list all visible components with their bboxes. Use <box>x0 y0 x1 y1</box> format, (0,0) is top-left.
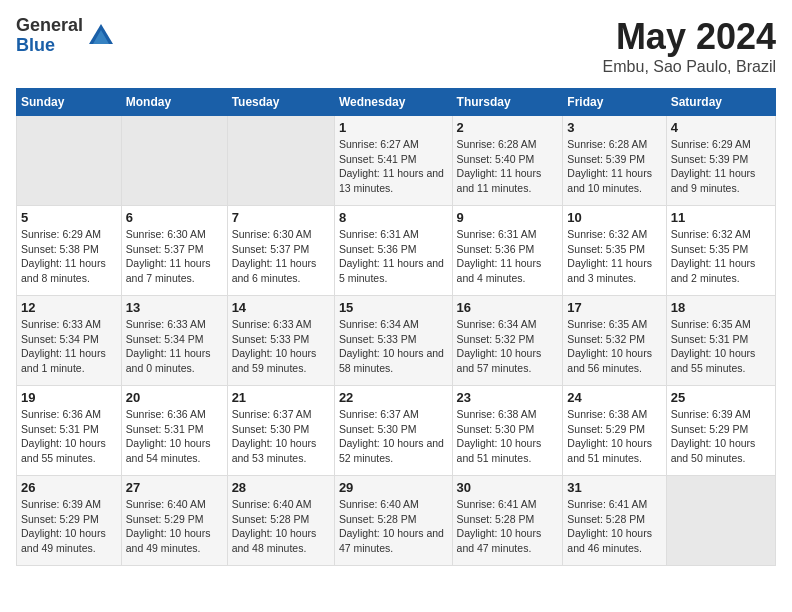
day-info: Sunrise: 6:41 AM Sunset: 5:28 PM Dayligh… <box>457 497 559 556</box>
day-info: Sunrise: 6:35 AM Sunset: 5:31 PM Dayligh… <box>671 317 771 376</box>
calendar-cell: 14Sunrise: 6:33 AM Sunset: 5:33 PM Dayli… <box>227 296 334 386</box>
title-section: May 2024 Embu, Sao Paulo, Brazil <box>603 16 776 76</box>
day-number: 4 <box>671 120 771 135</box>
day-info: Sunrise: 6:38 AM Sunset: 5:29 PM Dayligh… <box>567 407 661 466</box>
day-number: 12 <box>21 300 117 315</box>
day-number: 9 <box>457 210 559 225</box>
calendar-cell: 24Sunrise: 6:38 AM Sunset: 5:29 PM Dayli… <box>563 386 666 476</box>
day-info: Sunrise: 6:39 AM Sunset: 5:29 PM Dayligh… <box>671 407 771 466</box>
calendar-cell: 30Sunrise: 6:41 AM Sunset: 5:28 PM Dayli… <box>452 476 563 566</box>
day-info: Sunrise: 6:30 AM Sunset: 5:37 PM Dayligh… <box>232 227 330 286</box>
weekday-header: Saturday <box>666 89 775 116</box>
calendar-cell: 23Sunrise: 6:38 AM Sunset: 5:30 PM Dayli… <box>452 386 563 476</box>
day-number: 5 <box>21 210 117 225</box>
day-number: 11 <box>671 210 771 225</box>
day-info: Sunrise: 6:33 AM Sunset: 5:34 PM Dayligh… <box>21 317 117 376</box>
calendar-cell <box>121 116 227 206</box>
day-info: Sunrise: 6:35 AM Sunset: 5:32 PM Dayligh… <box>567 317 661 376</box>
day-info: Sunrise: 6:28 AM Sunset: 5:39 PM Dayligh… <box>567 137 661 196</box>
weekday-header: Tuesday <box>227 89 334 116</box>
day-number: 24 <box>567 390 661 405</box>
logo-general: General <box>16 16 83 36</box>
day-info: Sunrise: 6:32 AM Sunset: 5:35 PM Dayligh… <box>671 227 771 286</box>
day-number: 23 <box>457 390 559 405</box>
calendar-cell: 7Sunrise: 6:30 AM Sunset: 5:37 PM Daylig… <box>227 206 334 296</box>
calendar-cell: 31Sunrise: 6:41 AM Sunset: 5:28 PM Dayli… <box>563 476 666 566</box>
day-info: Sunrise: 6:36 AM Sunset: 5:31 PM Dayligh… <box>126 407 223 466</box>
weekday-header: Sunday <box>17 89 122 116</box>
day-number: 1 <box>339 120 448 135</box>
day-number: 20 <box>126 390 223 405</box>
calendar-cell: 1Sunrise: 6:27 AM Sunset: 5:41 PM Daylig… <box>334 116 452 206</box>
day-number: 31 <box>567 480 661 495</box>
day-number: 29 <box>339 480 448 495</box>
calendar-cell: 12Sunrise: 6:33 AM Sunset: 5:34 PM Dayli… <box>17 296 122 386</box>
calendar-cell: 10Sunrise: 6:32 AM Sunset: 5:35 PM Dayli… <box>563 206 666 296</box>
day-info: Sunrise: 6:28 AM Sunset: 5:40 PM Dayligh… <box>457 137 559 196</box>
day-info: Sunrise: 6:41 AM Sunset: 5:28 PM Dayligh… <box>567 497 661 556</box>
calendar-cell: 5Sunrise: 6:29 AM Sunset: 5:38 PM Daylig… <box>17 206 122 296</box>
calendar-cell: 4Sunrise: 6:29 AM Sunset: 5:39 PM Daylig… <box>666 116 775 206</box>
logo: General Blue <box>16 16 115 56</box>
calendar-cell: 13Sunrise: 6:33 AM Sunset: 5:34 PM Dayli… <box>121 296 227 386</box>
day-info: Sunrise: 6:40 AM Sunset: 5:28 PM Dayligh… <box>232 497 330 556</box>
main-title: May 2024 <box>603 16 776 58</box>
calendar-cell: 20Sunrise: 6:36 AM Sunset: 5:31 PM Dayli… <box>121 386 227 476</box>
logo-icon <box>87 22 115 50</box>
calendar-cell: 18Sunrise: 6:35 AM Sunset: 5:31 PM Dayli… <box>666 296 775 386</box>
calendar-cell: 27Sunrise: 6:40 AM Sunset: 5:29 PM Dayli… <box>121 476 227 566</box>
day-number: 14 <box>232 300 330 315</box>
weekday-header-row: SundayMondayTuesdayWednesdayThursdayFrid… <box>17 89 776 116</box>
calendar-cell: 6Sunrise: 6:30 AM Sunset: 5:37 PM Daylig… <box>121 206 227 296</box>
day-info: Sunrise: 6:39 AM Sunset: 5:29 PM Dayligh… <box>21 497 117 556</box>
day-info: Sunrise: 6:33 AM Sunset: 5:33 PM Dayligh… <box>232 317 330 376</box>
day-number: 18 <box>671 300 771 315</box>
calendar-cell <box>17 116 122 206</box>
day-number: 3 <box>567 120 661 135</box>
day-number: 7 <box>232 210 330 225</box>
calendar-week-row: 26Sunrise: 6:39 AM Sunset: 5:29 PM Dayli… <box>17 476 776 566</box>
day-number: 8 <box>339 210 448 225</box>
day-info: Sunrise: 6:31 AM Sunset: 5:36 PM Dayligh… <box>457 227 559 286</box>
day-info: Sunrise: 6:29 AM Sunset: 5:39 PM Dayligh… <box>671 137 771 196</box>
day-info: Sunrise: 6:34 AM Sunset: 5:33 PM Dayligh… <box>339 317 448 376</box>
page-header: General Blue May 2024 Embu, Sao Paulo, B… <box>16 16 776 76</box>
day-number: 6 <box>126 210 223 225</box>
weekday-header: Monday <box>121 89 227 116</box>
day-number: 26 <box>21 480 117 495</box>
day-info: Sunrise: 6:37 AM Sunset: 5:30 PM Dayligh… <box>339 407 448 466</box>
calendar-week-row: 1Sunrise: 6:27 AM Sunset: 5:41 PM Daylig… <box>17 116 776 206</box>
day-info: Sunrise: 6:33 AM Sunset: 5:34 PM Dayligh… <box>126 317 223 376</box>
weekday-header: Friday <box>563 89 666 116</box>
calendar-cell: 9Sunrise: 6:31 AM Sunset: 5:36 PM Daylig… <box>452 206 563 296</box>
day-info: Sunrise: 6:37 AM Sunset: 5:30 PM Dayligh… <box>232 407 330 466</box>
day-number: 2 <box>457 120 559 135</box>
calendar-cell: 3Sunrise: 6:28 AM Sunset: 5:39 PM Daylig… <box>563 116 666 206</box>
day-number: 13 <box>126 300 223 315</box>
logo-blue: Blue <box>16 36 83 56</box>
calendar-cell <box>227 116 334 206</box>
calendar-week-row: 5Sunrise: 6:29 AM Sunset: 5:38 PM Daylig… <box>17 206 776 296</box>
calendar-cell: 29Sunrise: 6:40 AM Sunset: 5:28 PM Dayli… <box>334 476 452 566</box>
calendar-week-row: 19Sunrise: 6:36 AM Sunset: 5:31 PM Dayli… <box>17 386 776 476</box>
day-info: Sunrise: 6:36 AM Sunset: 5:31 PM Dayligh… <box>21 407 117 466</box>
calendar-cell: 16Sunrise: 6:34 AM Sunset: 5:32 PM Dayli… <box>452 296 563 386</box>
calendar-cell <box>666 476 775 566</box>
calendar-cell: 19Sunrise: 6:36 AM Sunset: 5:31 PM Dayli… <box>17 386 122 476</box>
day-number: 16 <box>457 300 559 315</box>
day-number: 27 <box>126 480 223 495</box>
weekday-header: Wednesday <box>334 89 452 116</box>
calendar-cell: 15Sunrise: 6:34 AM Sunset: 5:33 PM Dayli… <box>334 296 452 386</box>
calendar-cell: 8Sunrise: 6:31 AM Sunset: 5:36 PM Daylig… <box>334 206 452 296</box>
weekday-header: Thursday <box>452 89 563 116</box>
day-number: 28 <box>232 480 330 495</box>
day-number: 10 <box>567 210 661 225</box>
day-number: 15 <box>339 300 448 315</box>
day-info: Sunrise: 6:27 AM Sunset: 5:41 PM Dayligh… <box>339 137 448 196</box>
day-info: Sunrise: 6:31 AM Sunset: 5:36 PM Dayligh… <box>339 227 448 286</box>
day-number: 30 <box>457 480 559 495</box>
day-info: Sunrise: 6:29 AM Sunset: 5:38 PM Dayligh… <box>21 227 117 286</box>
day-number: 25 <box>671 390 771 405</box>
calendar-table: SundayMondayTuesdayWednesdayThursdayFrid… <box>16 88 776 566</box>
calendar-cell: 25Sunrise: 6:39 AM Sunset: 5:29 PM Dayli… <box>666 386 775 476</box>
